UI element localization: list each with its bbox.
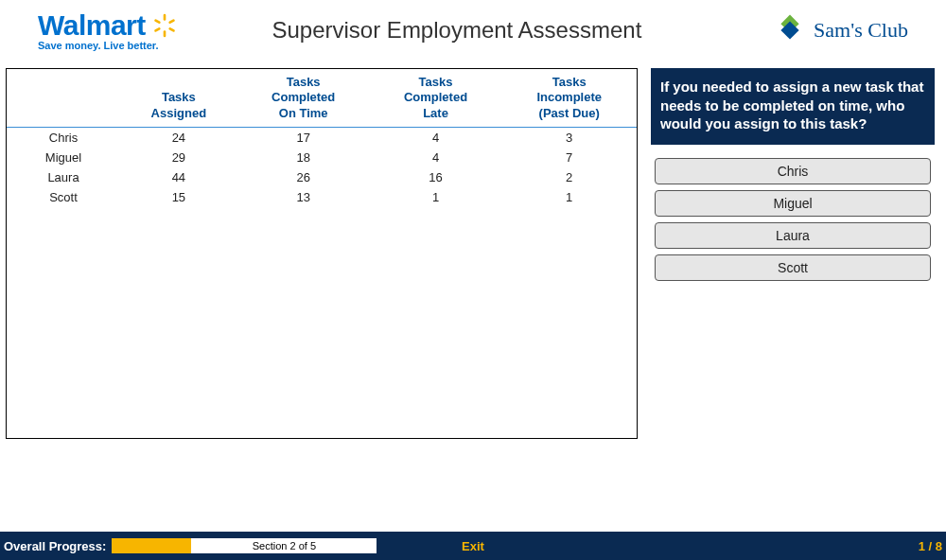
progress-bar: Section 2 of 5 [112, 538, 377, 553]
cell-ontime: 18 [237, 148, 370, 167]
table-row: Scott151311 [7, 187, 637, 207]
table-row: Laura4426162 [7, 167, 637, 187]
question-text: If you needed to assign a new task that … [651, 68, 935, 145]
table-body: Chris241743Miguel291847Laura4426162Scott… [7, 127, 637, 207]
col-employee [7, 69, 120, 127]
cell-late: 16 [370, 167, 502, 187]
question-panel: If you needed to assign a new task that … [651, 68, 935, 439]
table-header: TasksAssigned TasksCompletedOn Time Task… [7, 69, 637, 127]
cell-late: 4 [370, 148, 502, 167]
sams-diamond-icon [774, 14, 806, 46]
answer-button[interactable]: Chris [655, 158, 931, 184]
cell-name: Miguel [7, 148, 120, 167]
sams-club-logo: Sam's Club [774, 14, 908, 46]
progress-fill [112, 538, 191, 553]
cell-assigned: 44 [120, 167, 237, 187]
cell-assigned: 24 [120, 127, 237, 148]
cell-ontime: 26 [237, 167, 370, 187]
answer-button[interactable]: Scott [655, 254, 931, 281]
task-table: TasksAssigned TasksCompletedOn Time Task… [7, 69, 637, 207]
table-row: Miguel291847 [7, 148, 637, 167]
col-ontime: TasksCompletedOn Time [237, 69, 370, 127]
cell-name: Scott [7, 187, 120, 207]
cell-incomplete: 2 [501, 167, 637, 187]
cell-incomplete: 7 [501, 148, 637, 167]
cell-assigned: 29 [120, 148, 237, 167]
cell-incomplete: 3 [501, 127, 637, 148]
exit-button[interactable]: Exit [462, 539, 484, 553]
sams-wordmark: Sam's Club [814, 18, 908, 43]
cell-name: Laura [7, 167, 120, 187]
cell-incomplete: 1 [501, 187, 637, 207]
cell-late: 4 [370, 127, 502, 148]
answer-list: ChrisMiguelLauraScott [651, 158, 935, 281]
cell-ontime: 13 [237, 187, 370, 207]
progress-label: Overall Progress: [0, 539, 112, 553]
cell-assigned: 15 [120, 187, 237, 207]
table-row: Chris241743 [7, 127, 637, 148]
col-assigned: TasksAssigned [120, 69, 237, 127]
cell-ontime: 17 [237, 127, 370, 148]
page-counter: 1 / 8 [919, 539, 946, 553]
answer-button[interactable]: Laura [655, 222, 931, 249]
col-incomplete: TasksIncomplete(Past Due) [501, 69, 637, 127]
header: Walmart Save money. Live better. Supervi… [0, 0, 946, 68]
main-content: TasksAssigned TasksCompletedOn Time Task… [0, 68, 946, 439]
cell-name: Chris [7, 127, 120, 148]
data-table-panel: TasksAssigned TasksCompletedOn Time Task… [6, 68, 638, 439]
col-late: TasksCompletedLate [370, 69, 502, 127]
cell-late: 1 [370, 187, 502, 207]
walmart-wordmark: Walmart [38, 9, 146, 42]
page-title: Supervisor Employment Assessment [140, 17, 774, 44]
answer-button[interactable]: Miguel [655, 190, 931, 217]
footer-bar: Overall Progress: Section 2 of 5 Exit 1 … [0, 532, 946, 560]
progress-section-text: Section 2 of 5 [191, 538, 377, 553]
